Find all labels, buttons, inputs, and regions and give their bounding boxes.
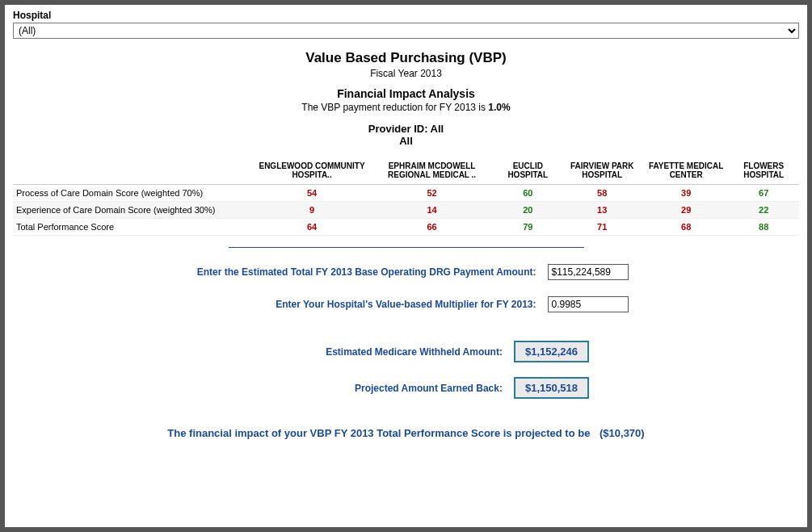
score-cell: 67 <box>728 185 799 202</box>
reduction-value: 1.0% <box>488 102 510 113</box>
earned-value: $1,150,518 <box>514 377 589 399</box>
score-cell: 9 <box>255 202 368 219</box>
score-cell: 14 <box>368 202 495 219</box>
table-row: Total Performance Score646679716888 <box>13 219 799 236</box>
divider <box>229 247 584 248</box>
withheld-label: Estimated Medicare Withheld Amount: <box>223 346 514 358</box>
row-label: Total Performance Score <box>13 219 255 236</box>
score-cell: 79 <box>495 219 560 236</box>
table-row: Process of Care Domain Score (weighted 7… <box>13 185 799 202</box>
hospital-filter-label: Hospital <box>13 10 799 21</box>
col-header: FAIRVIEW PARK HOSPITAL <box>560 158 644 185</box>
score-cell: 39 <box>644 185 728 202</box>
page-title: Value Based Purchasing (VBP) <box>13 50 799 66</box>
drg-input[interactable] <box>548 264 629 280</box>
score-cell: 13 <box>560 202 644 219</box>
score-cell: 60 <box>495 185 560 202</box>
col-header: FLOWERS HOSPITAL <box>728 158 799 185</box>
multiplier-input-label: Enter Your Hospital's Value-based Multip… <box>184 299 548 310</box>
impact-statement: The financial impact of your VBP FY 2013… <box>13 427 799 439</box>
fiscal-year: Fiscal Year 2013 <box>13 68 799 79</box>
score-cell: 22 <box>728 202 799 219</box>
score-cell: 54 <box>255 185 368 202</box>
score-cell: 29 <box>644 202 728 219</box>
provider-id-label: Provider ID: All <box>13 123 799 135</box>
withheld-value: $1,152,246 <box>514 341 589 362</box>
col-header: FAYETTE MEDICAL CENTER <box>644 158 728 185</box>
score-cell: 20 <box>495 202 560 219</box>
report-frame: Hospital (All) Value Based Purchasing (V… <box>0 0 812 532</box>
score-cell: 66 <box>368 219 495 236</box>
score-cell: 52 <box>368 185 495 202</box>
row-label: Experience of Care Domain Score (weighte… <box>13 202 255 219</box>
col-header: EPHRAIM MCDOWELL REGIONAL MEDICAL .. <box>368 158 495 185</box>
score-cell: 58 <box>560 185 644 202</box>
score-cell: 68 <box>644 219 728 236</box>
impact-text: The financial impact of your VBP FY 2013… <box>167 427 590 439</box>
drg-input-label: Enter the Estimated Total FY 2013 Base O… <box>184 266 548 278</box>
scores-table: ENGLEWOOD COMMUNITY HOSPITA.. EPHRAIM MC… <box>13 158 799 236</box>
row-label: Process of Care Domain Score (weighted 7… <box>13 185 255 202</box>
table-row: Experience of Care Domain Score (weighte… <box>13 202 799 219</box>
score-cell: 88 <box>728 219 799 236</box>
table-header-row: ENGLEWOOD COMMUNITY HOSPITA.. EPHRAIM MC… <box>13 158 799 185</box>
reduction-note: The VBP payment reduction for FY 2013 is… <box>13 102 799 113</box>
col-header: EUCLID HOSPITAL <box>495 158 560 185</box>
col-header: ENGLEWOOD COMMUNITY HOSPITA.. <box>255 158 368 185</box>
score-cell: 71 <box>560 219 644 236</box>
impact-amount: ($10,370) <box>600 427 645 439</box>
provider-id-value: All <box>13 135 799 147</box>
reduction-prefix: The VBP payment reduction for FY 2013 is <box>301 102 488 113</box>
score-cell: 64 <box>255 219 368 236</box>
hospital-filter-select[interactable]: (All) <box>13 23 799 39</box>
earned-label: Projected Amount Earned Back: <box>223 383 514 394</box>
section-title: Financial Impact Analysis <box>13 87 799 100</box>
multiplier-input[interactable] <box>548 296 629 312</box>
